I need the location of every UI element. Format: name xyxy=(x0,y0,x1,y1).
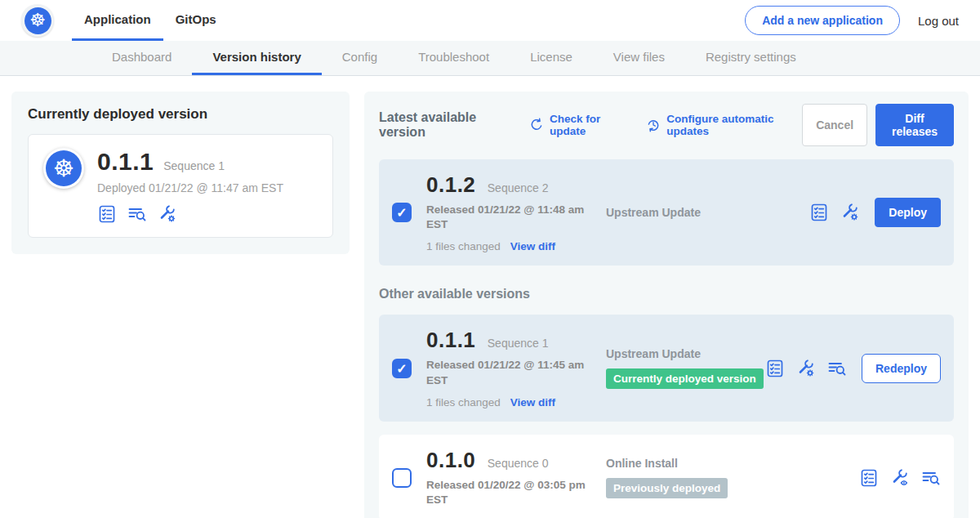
view-diff-link[interactable]: View diff xyxy=(510,240,555,252)
version-checkbox[interactable] xyxy=(392,468,412,488)
deploy-button[interactable]: Deploy xyxy=(875,198,941,227)
subnav-item-dashboard[interactable]: Dashboard xyxy=(91,41,192,75)
version-source-label: Upstream Update xyxy=(606,347,765,360)
tab-gitops[interactable]: GitOps xyxy=(163,0,229,41)
deployed-version-card: ☸ 0.1.1 Sequence 1 Deployed 01/21/22 @ 1… xyxy=(28,134,333,238)
kubernetes-logo-icon: ☸ xyxy=(24,7,51,34)
add-application-button[interactable]: Add a new application xyxy=(745,6,900,35)
top-nav: ☸ Application GitOps Add a new applicati… xyxy=(0,0,980,41)
kubernetes-logo-icon: ☸ xyxy=(43,148,84,189)
version-checkbox[interactable] xyxy=(392,359,412,378)
version-source-label: Upstream Update xyxy=(606,206,809,219)
view-logs-icon[interactable] xyxy=(127,204,147,224)
view-logs-icon[interactable] xyxy=(921,468,941,488)
version-number: 0.1.2 xyxy=(426,172,475,197)
released-timestamp: Released 01/21/22 @ 11:45 am EST xyxy=(426,358,586,387)
view-logs-icon[interactable] xyxy=(827,359,847,378)
released-timestamp: Released 01/20/22 @ 03:05 pm EST xyxy=(426,478,586,507)
sequence-label: Sequence 2 xyxy=(488,181,549,194)
subnav-item-license[interactable]: License xyxy=(510,41,593,75)
currently-deployed-panel: Currently deployed version ☸ 0.1.1 Seque… xyxy=(11,92,350,254)
subnav-item-registry-settings[interactable]: Registry settings xyxy=(685,41,817,75)
deployed-timestamp: Deployed 01/21/22 @ 11:47 am EST xyxy=(97,181,283,194)
preflight-checklist-icon[interactable] xyxy=(809,203,829,222)
preflight-checklist-icon[interactable] xyxy=(765,359,785,378)
redeploy-button[interactable]: Redeploy xyxy=(862,354,941,383)
check-for-update-link[interactable]: Check for update xyxy=(529,113,628,137)
view-config-icon[interactable] xyxy=(890,468,910,488)
tab-application[interactable]: Application xyxy=(72,0,163,41)
version-history-panel: Latest available version Check for updat… xyxy=(364,92,969,518)
sequence-label: Sequence 1 xyxy=(488,337,549,350)
currently-deployed-badge: Currently deployed version xyxy=(606,368,764,389)
currently-deployed-title: Currently deployed version xyxy=(28,106,333,123)
sub-nav: Dashboard Version history Config Trouble… xyxy=(0,41,980,76)
configure-automatic-updates-link[interactable]: Configure automatic updates xyxy=(646,113,802,137)
released-timestamp: Released 01/21/22 @ 11:48 am EST xyxy=(426,203,586,232)
version-row-0-1-1: 0.1.1 Sequence 1 Released 01/21/22 @ 11:… xyxy=(379,315,954,421)
sequence-label: Sequence 0 xyxy=(488,457,549,470)
version-checkbox[interactable] xyxy=(392,203,412,222)
edit-config-icon[interactable] xyxy=(796,359,816,378)
clock-refresh-icon xyxy=(646,118,661,133)
cancel-button[interactable]: Cancel xyxy=(802,104,867,146)
version-source-label: Online Install xyxy=(606,457,859,470)
app-logo: ☸ xyxy=(21,4,54,37)
latest-available-title: Latest available version xyxy=(379,110,511,140)
version-row-0-1-0: 0.1.0 Sequence 0 Released 01/20/22 @ 03:… xyxy=(379,435,954,518)
files-changed-label: 1 files changed xyxy=(426,240,501,252)
version-number: 0.1.1 xyxy=(426,328,475,352)
diff-releases-button[interactable]: Diff releases xyxy=(875,104,954,146)
preflight-checklist-icon[interactable] xyxy=(97,204,117,224)
previously-deployed-badge: Previously deployed xyxy=(606,478,728,498)
other-available-versions-heading: Other available versions xyxy=(379,287,954,301)
subnav-item-troubleshoot[interactable]: Troubleshoot xyxy=(398,41,510,75)
edit-config-icon[interactable] xyxy=(158,204,177,224)
version-row-0-1-2: 0.1.2 Sequence 2 Released 01/21/22 @ 11:… xyxy=(379,159,954,266)
version-number: 0.1.0 xyxy=(426,448,475,472)
preflight-checklist-icon[interactable] xyxy=(859,468,879,488)
refresh-icon xyxy=(529,118,544,132)
edit-config-icon[interactable] xyxy=(840,203,860,222)
deployed-version-number: 0.1.1 xyxy=(97,148,154,176)
logout-button[interactable]: Log out xyxy=(918,14,959,28)
files-changed-label: 1 files changed xyxy=(426,396,501,409)
subnav-item-view-files[interactable]: View files xyxy=(593,41,685,75)
deployed-sequence-label: Sequence 1 xyxy=(163,159,225,172)
view-diff-link[interactable]: View diff xyxy=(510,396,555,409)
subnav-item-config[interactable]: Config xyxy=(322,41,398,75)
subnav-item-version-history[interactable]: Version history xyxy=(192,41,321,75)
